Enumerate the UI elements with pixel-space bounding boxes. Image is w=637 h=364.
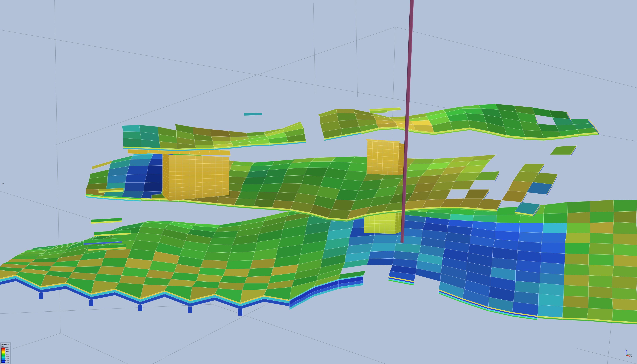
svg-text:0.850: 0.850 [6, 351, 9, 352]
svg-text:Cell Results:: Cell Results: [1, 344, 10, 345]
svg-text:1.178: 1.178 [6, 347, 9, 348]
svg-text:0.550: 0.550 [6, 356, 9, 357]
svg-text:0.700: 0.700 [6, 353, 9, 355]
svg-text:N(y): N(y) [629, 354, 631, 356]
svg-text:Z: 6: Z: 6 [1, 183, 4, 184]
svg-text:E(x): E(x) [631, 356, 633, 358]
svg-text:0.400: 0.400 [6, 358, 9, 359]
svg-text:Z: Z [625, 348, 626, 350]
svg-text:1.000: 1.000 [6, 349, 9, 350]
svg-text:0.250: 0.250 [6, 360, 9, 361]
svg-text:0.099: 0.099 [6, 362, 9, 364]
svg-text:SOIL: SOIL [1, 345, 5, 347]
